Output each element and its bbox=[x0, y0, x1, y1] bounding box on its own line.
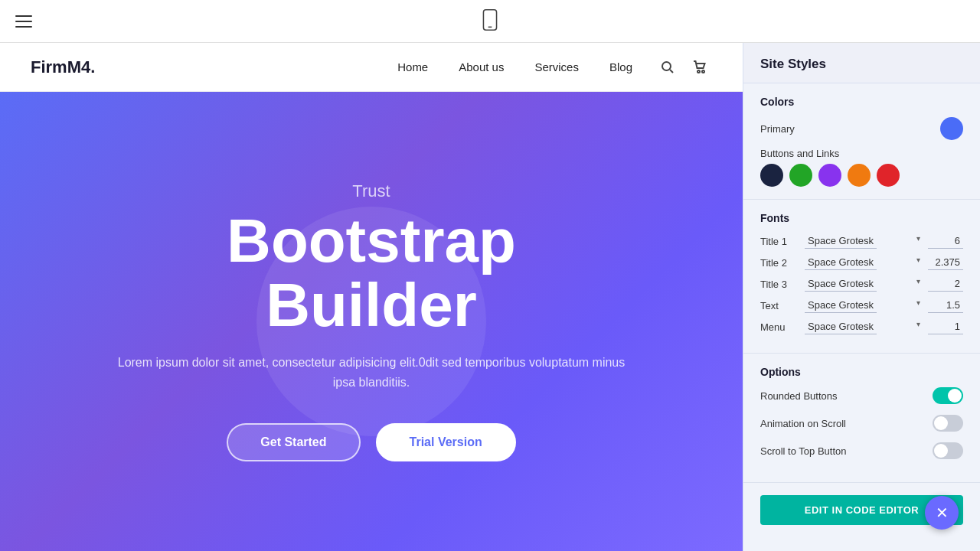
hero-section: Trust Bootstrap Builder Lorem ipsum dolo… bbox=[0, 92, 743, 551]
font-row-menu: Menu Space Grotesk bbox=[760, 319, 963, 334]
font-label-title1: Title 1 bbox=[760, 236, 799, 247]
toggle-knob-animation-scroll bbox=[934, 416, 948, 430]
font-select-text[interactable]: Space Grotesk bbox=[805, 298, 877, 313]
cart-icon[interactable] bbox=[688, 55, 712, 80]
font-row-title3: Title 3 Space Grotesk bbox=[760, 276, 963, 292]
primary-color-swatch[interactable] bbox=[940, 117, 963, 140]
swatch-purple[interactable] bbox=[818, 164, 841, 187]
options-section: Options Rounded Buttons Animation on Scr… bbox=[743, 354, 980, 483]
font-select-title2[interactable]: Space Grotesk bbox=[805, 255, 877, 270]
nav-link-blog[interactable]: Blog bbox=[609, 60, 632, 73]
font-size-menu[interactable] bbox=[928, 319, 963, 334]
top-bar-left bbox=[15, 15, 32, 28]
font-label-title2: Title 2 bbox=[760, 257, 799, 269]
trial-version-button[interactable]: Trial Version bbox=[376, 423, 516, 461]
svg-point-5 bbox=[702, 70, 704, 73]
panel-title: Site Styles bbox=[743, 43, 980, 83]
site-nav-links: Home About us Services Blog bbox=[397, 60, 632, 73]
font-select-wrap-title2: Space Grotesk bbox=[805, 255, 922, 270]
toggle-rounded-buttons[interactable] bbox=[933, 387, 963, 404]
nav-link-home[interactable]: Home bbox=[397, 60, 428, 73]
nav-link-services[interactable]: Services bbox=[534, 60, 579, 73]
font-label-menu: Menu bbox=[760, 321, 799, 333]
toggle-animation-scroll[interactable] bbox=[933, 415, 963, 432]
hamburger-menu[interactable] bbox=[15, 15, 32, 28]
nav-link-about[interactable]: About us bbox=[459, 60, 504, 73]
font-row-title2: Title 2 Space Grotesk bbox=[760, 255, 963, 270]
font-row-text: Text Space Grotesk bbox=[760, 298, 963, 313]
top-bar bbox=[0, 0, 980, 43]
toggle-knob-rounded-buttons bbox=[948, 389, 962, 403]
font-size-title1[interactable] bbox=[928, 233, 963, 249]
option-animation-scroll: Animation on Scroll bbox=[760, 415, 963, 432]
swatch-red[interactable] bbox=[877, 164, 900, 187]
fonts-section-title: Fonts bbox=[760, 212, 963, 224]
font-size-text[interactable] bbox=[928, 298, 963, 313]
hero-title-line2: Builder bbox=[227, 273, 516, 337]
hero-trust-text: Trust bbox=[352, 181, 390, 201]
site-logo: FirmM4. bbox=[31, 57, 95, 77]
buttons-links-label: Buttons and Links bbox=[760, 148, 963, 159]
swatch-orange[interactable] bbox=[848, 164, 871, 187]
options-section-title: Options bbox=[760, 366, 963, 378]
main-area: FirmM4. Home About us Services Blog bbox=[0, 43, 980, 551]
font-label-title3: Title 3 bbox=[760, 279, 799, 290]
primary-color-row: Primary bbox=[760, 117, 963, 140]
hero-title: Bootstrap Builder bbox=[227, 209, 516, 337]
colors-section-title: Colors bbox=[760, 96, 963, 108]
hero-title-line1: Bootstrap bbox=[227, 209, 516, 273]
option-label-scroll-top: Scroll to Top Button bbox=[760, 445, 847, 457]
option-label-rounded-buttons: Rounded Buttons bbox=[760, 390, 837, 402]
mobile-preview-icon[interactable] bbox=[479, 9, 501, 34]
site-nav: FirmM4. Home About us Services Blog bbox=[0, 43, 743, 92]
toggle-scroll-top[interactable] bbox=[933, 442, 963, 459]
colors-section: Colors Primary Buttons and Links bbox=[743, 83, 980, 200]
top-bar-center bbox=[479, 9, 501, 34]
font-select-wrap-title3: Space Grotesk bbox=[805, 276, 922, 292]
search-icon[interactable] bbox=[655, 55, 680, 80]
font-label-text: Text bbox=[760, 300, 799, 311]
font-size-title3[interactable] bbox=[928, 276, 963, 292]
font-select-title1[interactable]: Space Grotesk bbox=[805, 233, 877, 249]
close-fab-button[interactable]: ✕ bbox=[925, 496, 959, 530]
nav-icons bbox=[655, 55, 712, 80]
option-rounded-buttons: Rounded Buttons bbox=[760, 387, 963, 404]
option-scroll-top-button: Scroll to Top Button bbox=[760, 442, 963, 459]
fonts-section: Fonts Title 1 Space Grotesk Title 2 Spac… bbox=[743, 200, 980, 354]
svg-line-3 bbox=[670, 70, 673, 73]
primary-color-label: Primary bbox=[760, 123, 795, 135]
font-select-wrap-menu: Space Grotesk bbox=[805, 319, 922, 334]
svg-point-2 bbox=[662, 62, 671, 70]
hero-buttons: Get Started Trial Version bbox=[227, 423, 515, 461]
side-panel: Site Styles Colors Primary Buttons and L… bbox=[743, 43, 980, 551]
hero-subtitle: Lorem ipsum dolor sit amet, consectetur … bbox=[111, 353, 632, 392]
font-select-title3[interactable]: Space Grotesk bbox=[805, 276, 877, 292]
font-select-wrap-text: Space Grotesk bbox=[805, 298, 922, 313]
option-label-animation-scroll: Animation on Scroll bbox=[760, 418, 846, 429]
svg-point-4 bbox=[697, 70, 700, 73]
get-started-button[interactable]: Get Started bbox=[227, 423, 360, 461]
font-select-menu[interactable]: Space Grotesk bbox=[805, 319, 877, 334]
website-preview: FirmM4. Home About us Services Blog bbox=[0, 43, 743, 551]
font-row-title1: Title 1 Space Grotesk bbox=[760, 233, 963, 249]
font-select-wrap-title1: Space Grotesk bbox=[805, 233, 922, 249]
color-swatches bbox=[760, 164, 963, 187]
swatch-dark-navy[interactable] bbox=[760, 164, 783, 187]
swatch-green[interactable] bbox=[789, 164, 812, 187]
font-size-title2[interactable] bbox=[928, 255, 963, 270]
toggle-knob-scroll-top bbox=[934, 444, 948, 458]
